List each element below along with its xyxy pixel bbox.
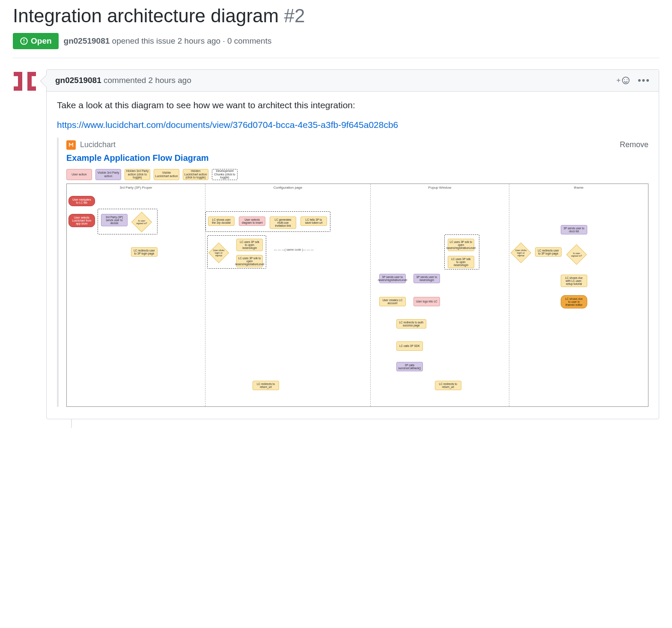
issue-open-icon (20, 37, 28, 45)
svg-point-12 (627, 79, 627, 80)
state-badge: Open (13, 33, 59, 49)
node-sends-docslist: 3P sends user to docs list (561, 225, 587, 234)
node-calls-sdk: LC calls 3P SDK (396, 341, 423, 351)
lucidchart-logo-icon (66, 140, 76, 150)
legend-hidden-lc: Hidden Lucidchart action (click to toggl… (183, 169, 208, 180)
lane2-title: Configuration page (208, 186, 368, 190)
node-par-signed: Is user signed in? (566, 244, 587, 265)
unfurl-source: Lucidchart (80, 140, 116, 149)
state-label: Open (31, 36, 52, 46)
comment-author[interactable]: gn02519081 (55, 76, 101, 85)
comment-menu-button[interactable]: ••• (638, 76, 650, 85)
timeline-tail (71, 419, 659, 428)
issue-byline: gn02519081 opened this issue 2 hours ago… (64, 36, 272, 46)
node-auth-success: LC redirects to auth success page (396, 319, 426, 329)
unfurl-remove-button[interactable]: Remove (620, 140, 648, 149)
node-par-redirect: LC redirects user to 3P login page (535, 247, 562, 257)
node-return2: LC redirects to return_url (435, 381, 461, 390)
diagram-preview[interactable]: User action Visible 3rd Party action Hid… (66, 167, 648, 407)
link-unfurl: Lucidchart Remove Example Application Fl… (57, 138, 648, 407)
svg-point-2 (24, 42, 24, 43)
lane-popup-window: Popup Window 3P sends user to /wsers/reg… (371, 184, 509, 406)
svg-rect-9 (30, 86, 36, 91)
diagram-legend: User action Visible 3rd Party action Hid… (66, 169, 648, 180)
comment-card: gn02519081 commented 2 hours ago + ••• (46, 69, 659, 419)
svg-rect-8 (30, 72, 36, 76)
lane-iframe: Iframe 3P sends user to docs list User c… (509, 184, 648, 406)
plus-icon: + (616, 76, 621, 85)
node-end: LC shows doc to user in iframed editor (561, 295, 587, 308)
node-return1: LC redirects to return_url (253, 381, 279, 390)
group-4 (444, 234, 479, 270)
svg-point-10 (622, 77, 629, 84)
comment-byline: gn02519081 commented 2 hours ago (55, 76, 191, 85)
unfurl-header: Lucidchart Remove (66, 140, 648, 150)
node-start1: User navigates to LC tab (68, 196, 95, 206)
svg-point-11 (624, 79, 625, 80)
group-2 (205, 211, 330, 232)
issue-title-text: Integration architecture diagram (13, 5, 279, 26)
comment-text: Take a look at this diagram to see how w… (57, 100, 648, 110)
node-start2: User selects Lucidchart from app store (68, 214, 95, 227)
issue-number: #2 (284, 5, 305, 26)
legend-dev-chunks: Development Chunks (click to toggle) (212, 169, 238, 180)
node-creates-acct: User creates LC account (379, 297, 406, 306)
comment-actions: + ••• (616, 76, 650, 85)
document-link[interactable]: https://www.lucidchart.com/documents/vie… (57, 120, 398, 130)
legend-visible-lc: Visible Lucidchart action (154, 169, 179, 180)
node-sends-reg: 3P sends user to /wsers/registrationLeve… (379, 274, 406, 283)
group-1 (98, 209, 158, 234)
comment-action: commented (104, 76, 146, 85)
issue-title: Integration architecture diagram #2 (13, 5, 659, 27)
node-shows-doc: LC shows doc with LC-user-setup tutorial (561, 275, 587, 287)
svg-rect-6 (18, 72, 22, 91)
avatar[interactable] (13, 69, 37, 93)
swimlanes: 3rd Party (3P) Proper User navigates to … (66, 184, 648, 407)
author-link[interactable]: gn02519081 (64, 36, 110, 45)
lane4-title: Iframe (512, 186, 645, 190)
node-calls-cb: 3P calls successCallback() (396, 362, 423, 371)
unfurl-title-link[interactable]: Example Application Flow Diagram (66, 153, 648, 163)
lane-3p-proper: 3rd Party (3P) Proper User navigates to … (67, 184, 205, 406)
comment-body: Take a look at this diagram to see how w… (47, 92, 659, 419)
legend-hidden-3p: Hidden 3rd Party action (click to toggle… (125, 169, 150, 180)
smiley-icon (621, 76, 630, 85)
node-redirect-login: LC redirects user to 3P login page (131, 247, 158, 257)
add-reaction-button[interactable]: + (616, 76, 630, 85)
legend-user-action: User action (66, 169, 92, 180)
note-same-code: — — —( same code )— — — (274, 248, 314, 251)
lane3-title: Popup Window (373, 186, 506, 190)
comment-thread: gn02519081 commented 2 hours ago + ••• (13, 69, 659, 419)
opened-meta: opened this issue 2 hours ago · 0 commen… (112, 36, 272, 45)
comment-header: gn02519081 commented 2 hours ago + ••• (47, 70, 659, 92)
lane1-title: 3rd Party (3P) Proper (69, 186, 202, 190)
comment-time[interactable]: 2 hours ago (149, 76, 191, 85)
lane-config-page: Configuration page LC shows user the 3rp… (205, 184, 371, 406)
node-sends-login: 3P sends user to /wsers/login (413, 274, 440, 283)
node-logs-in: User logs into LC (413, 297, 440, 306)
issue-title-row: Integration architecture diagram #2 (13, 5, 659, 27)
node-par-login: User clicks login or signup (511, 243, 531, 263)
legend-visible-3p: Visible 3rd Party action (95, 169, 121, 180)
group-3 (207, 235, 266, 269)
issue-meta-row: Open gn02519081 opened this issue 2 hour… (13, 33, 659, 58)
